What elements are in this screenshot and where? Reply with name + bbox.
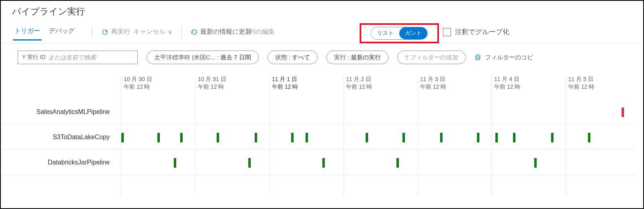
page-title: パイプライン実行 xyxy=(1,1,643,21)
cancel-label: キャンセル xyxy=(133,28,165,36)
toggle-gantt[interactable]: ガント xyxy=(399,27,427,39)
pipeline-row-label[interactable]: S3ToDataLakeCopy xyxy=(1,125,117,150)
copy-filter-button[interactable]: フィルターのコピ xyxy=(475,54,533,61)
time-column-header: 11 月 5 日午前 12 時 xyxy=(568,75,594,91)
run-mark-success[interactable] xyxy=(402,133,405,142)
search-placeholder: または名前で検索 xyxy=(48,54,96,61)
filter-run-val: 最新の実行 xyxy=(351,54,381,61)
filter-status-val: すべて xyxy=(292,54,310,61)
divider xyxy=(92,26,93,38)
filter-run[interactable]: 実行 : 最新の実行 xyxy=(326,51,388,64)
pipeline-row-label[interactable]: DatabricksJarPipeline xyxy=(1,150,117,175)
gantt-chartarea: 10 月 30 日午前 12 時10 月 31 日午前 12 時11 月 1 日… xyxy=(117,75,635,196)
rerun-icon xyxy=(101,28,109,36)
tabs: トリガー デバッグ xyxy=(13,24,76,41)
run-mark-success[interactable] xyxy=(322,158,325,168)
gantt-chart: SalesAnalyticsMLPipelineS3ToDataLakeCopy… xyxy=(1,75,643,196)
refresh-button[interactable]: 最新の情報に更新 xyxy=(188,26,254,38)
run-mark-success[interactable] xyxy=(396,158,399,168)
search-prefix: Y 実行 ID xyxy=(22,54,46,61)
svg-rect-2 xyxy=(476,56,479,60)
run-mark-success[interactable] xyxy=(534,158,537,168)
run-mark-success[interactable] xyxy=(495,133,498,142)
time-column-header: 10 月 31 日午前 12 時 xyxy=(198,75,226,91)
filter-tz-key: 太平洋標準時 (米国C... : xyxy=(154,54,219,61)
run-mark-success[interactable] xyxy=(291,133,294,142)
filter-tz-val: 過去 7 日間 xyxy=(220,54,251,61)
add-filter-button[interactable]: T フィルターの追加 xyxy=(397,51,466,64)
pipeline-row-label[interactable]: SalesAnalyticsMLPipeline xyxy=(1,99,117,125)
chevron-down-icon: ∨ xyxy=(168,28,173,36)
refresh-label: 最新の情報に更新 xyxy=(200,28,252,36)
time-column-header: 10 月 30 日午前 12 時 xyxy=(124,75,152,91)
run-mark-success[interactable] xyxy=(366,133,368,142)
filter-timezone[interactable]: 太平洋標準時 (米国C... : 過去 7 日間 xyxy=(147,51,259,64)
run-mark-success[interactable] xyxy=(255,133,257,142)
tab-trigger[interactable]: トリガー xyxy=(13,24,42,41)
group-by-annotation[interactable]: 注釈でグループ化 xyxy=(443,27,509,37)
run-mark-success[interactable] xyxy=(180,133,183,142)
time-column-header: 11 月 1 日午前 12 時 xyxy=(272,75,298,91)
run-mark-success[interactable] xyxy=(121,133,124,142)
time-column-header: 11 月 3 日午前 12 時 xyxy=(420,75,446,91)
run-mark-success[interactable] xyxy=(306,133,308,142)
divider xyxy=(181,26,182,38)
svg-rect-1 xyxy=(477,55,480,59)
pipeline-row-track xyxy=(117,150,635,175)
time-column-header: 11 月 4 日午前 12 時 xyxy=(494,75,520,91)
copy-icon xyxy=(475,54,482,61)
view-toggle: リスト ガント xyxy=(371,27,428,40)
run-mark-success[interactable] xyxy=(217,133,219,142)
rerun-label: 再実行 xyxy=(111,28,130,36)
filter-status-key: 状態 : xyxy=(275,54,290,61)
refresh-icon xyxy=(191,28,198,36)
pipeline-row-track xyxy=(117,125,635,150)
run-mark-success[interactable] xyxy=(440,133,443,142)
filter-bar: Y 実行 ID または名前で検索 太平洋標準時 (米国C... : 過去 7 日… xyxy=(1,43,643,67)
view-toggle-highlight: リスト ガント xyxy=(360,23,439,43)
group-by-checkbox[interactable] xyxy=(443,28,451,36)
group-by-label: 注釈でグループ化 xyxy=(455,27,509,37)
add-filter-prefix: T xyxy=(405,54,409,61)
run-mark-success[interactable] xyxy=(588,133,590,142)
copy-filter-label: フィルターのコピ xyxy=(485,54,533,61)
run-mark-success[interactable] xyxy=(248,158,251,168)
run-mark-success[interactable] xyxy=(157,133,160,142)
edit-columns-button[interactable]: 列の編集 xyxy=(247,26,277,38)
cancel-button[interactable]: キャンセル ∨ xyxy=(131,26,175,38)
search-input[interactable]: Y 実行 ID または名前で検索 xyxy=(18,51,138,64)
edit-columns-label: 列の編集 xyxy=(249,28,275,36)
rerun-button[interactable]: 再実行 xyxy=(99,26,133,38)
toolbar: トリガー デバッグ 再実行 キャンセル ∨ 最新の情報に更新 列の編集 リスト … xyxy=(1,21,643,43)
tab-debug[interactable]: デバッグ xyxy=(47,24,76,41)
filter-status[interactable]: 状態 : すべて xyxy=(268,51,318,64)
run-mark-failed[interactable] xyxy=(622,108,624,117)
toggle-list[interactable]: リスト xyxy=(371,27,399,39)
svg-point-0 xyxy=(103,30,107,34)
gantt-yaxis: SalesAnalyticsMLPipelineS3ToDataLakeCopy… xyxy=(1,99,117,175)
add-filter-label: フィルターの追加 xyxy=(410,54,458,61)
run-mark-success[interactable] xyxy=(174,158,176,168)
time-column-header: 11 月 2 日午前 12 時 xyxy=(346,75,372,91)
run-mark-success[interactable] xyxy=(551,133,553,142)
pipeline-row-track xyxy=(117,99,635,125)
run-mark-success[interactable] xyxy=(477,133,479,142)
filter-run-key: 実行 : xyxy=(334,54,349,61)
run-mark-success[interactable] xyxy=(513,133,515,142)
